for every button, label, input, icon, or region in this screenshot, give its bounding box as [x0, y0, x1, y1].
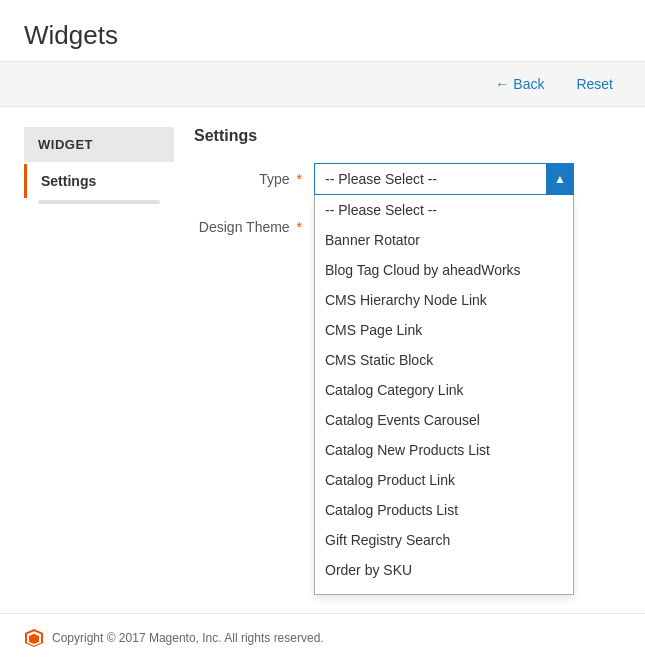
dropdown-item[interactable]: CMS Static Block — [315, 345, 573, 375]
page-header: Widgets — [0, 0, 645, 61]
sidebar-widget-label: WIDGET — [24, 127, 174, 162]
required-star-design: * — [297, 219, 302, 235]
sidebar-progress-bar — [38, 200, 160, 204]
page-wrapper: Widgets ← Back Reset WIDGET Settings Set… — [0, 0, 645, 662]
type-form-row: Type * -- Please Select -- ▲ -- Please S… — [194, 163, 621, 195]
select-value: -- Please Select -- — [325, 171, 437, 187]
dropdown-item[interactable]: Banner Rotator — [315, 225, 573, 255]
dropdown-item[interactable]: Catalog Events Carousel — [315, 405, 573, 435]
reset-button[interactable]: Reset — [568, 72, 621, 96]
dropdown-item[interactable]: Blog Tag Cloud by aheadWorks — [315, 255, 573, 285]
dropdown-item[interactable]: CMS Hierarchy Node Link — [315, 285, 573, 315]
dropdown-item[interactable]: CMS Page Link — [315, 315, 573, 345]
dropdown-item[interactable]: Catalog Products List — [315, 495, 573, 525]
dropdown-item[interactable]: Orders and Returns — [315, 585, 573, 595]
dropdown-item[interactable]: -- Please Select -- — [315, 195, 573, 225]
magento-logo — [24, 628, 44, 648]
sidebar: WIDGET Settings — [24, 127, 174, 251]
dropdown-item[interactable]: Catalog New Products List — [315, 435, 573, 465]
type-select-wrapper: -- Please Select -- ▲ -- Please Select -… — [314, 163, 574, 195]
type-label: Type * — [194, 163, 314, 187]
sidebar-item-settings[interactable]: Settings — [24, 164, 174, 198]
type-dropdown-list[interactable]: -- Please Select -- Banner Rotator Blog … — [314, 195, 574, 595]
sidebar-menu: Settings — [24, 164, 174, 204]
select-arrow-icon: ▲ — [546, 163, 574, 195]
dropdown-item[interactable]: Gift Registry Search — [315, 525, 573, 555]
dropdown-item[interactable]: Catalog Product Link — [315, 465, 573, 495]
settings-section-title: Settings — [194, 127, 621, 145]
content-area: Settings Type * -- Please Select -- ▲ --… — [194, 127, 621, 251]
back-arrow-icon: ← — [495, 76, 509, 92]
dropdown-item[interactable]: Order by SKU — [315, 555, 573, 585]
toolbar: ← Back Reset — [0, 61, 645, 107]
type-select[interactable]: -- Please Select -- ▲ — [314, 163, 574, 195]
design-theme-label: Design Theme * — [194, 211, 314, 235]
page-title: Widgets — [24, 20, 621, 51]
footer-text: Copyright © 2017 Magento, Inc. All right… — [52, 631, 324, 645]
required-star: * — [297, 171, 302, 187]
main-content: WIDGET Settings Settings Type * -- Pleas… — [0, 107, 645, 271]
page-footer: Copyright © 2017 Magento, Inc. All right… — [0, 613, 645, 662]
dropdown-item[interactable]: Catalog Category Link — [315, 375, 573, 405]
back-button[interactable]: ← Back — [487, 72, 552, 96]
